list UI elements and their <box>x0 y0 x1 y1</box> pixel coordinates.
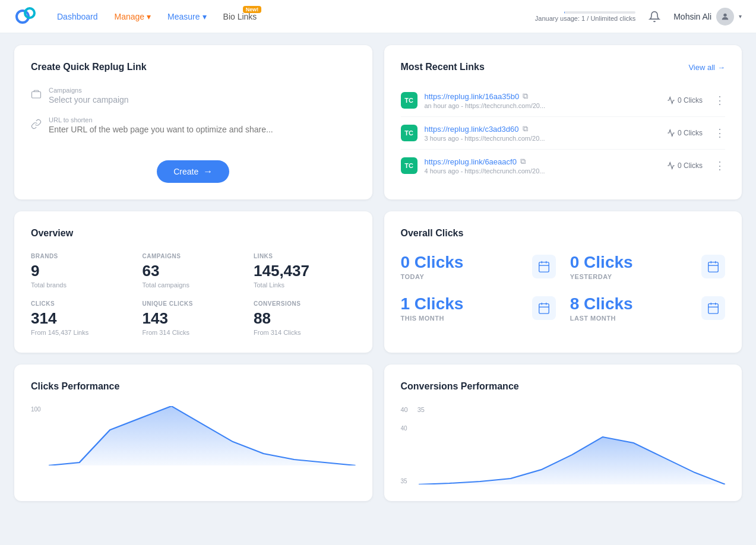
stat-label: CLICKS <box>31 300 133 307</box>
usage-section: January usage: 1 / Unlimited clicks <box>535 11 635 22</box>
link-url[interactable]: https://replug.link/c3ad3d60 ⧉ <box>425 124 660 134</box>
click-stat-info: 0 Clicks TODAY <box>401 253 464 280</box>
overview-stat-item: BRANDS 9 Total brands <box>31 253 133 289</box>
user-chevron-icon: ▾ <box>739 13 742 20</box>
create-link-title: Create Quick Replug Link <box>31 62 356 72</box>
link-clicks: 0 Clicks <box>667 129 703 137</box>
stat-sub: Total campaigns <box>143 281 245 289</box>
calendar-icon <box>701 296 725 320</box>
overview-stat-item: CLICKS 314 From 145,437 Links <box>31 300 133 336</box>
nav-dashboard[interactable]: Dashboard <box>57 12 98 21</box>
calendar-icon <box>701 255 725 278</box>
click-label: THIS MONTH <box>401 315 464 322</box>
click-stat-item: 8 Clicks LAST MONTH <box>570 294 725 322</box>
svg-rect-8 <box>708 262 719 272</box>
stat-value: 143 <box>143 309 245 328</box>
manage-chevron-icon: ▾ <box>147 12 151 21</box>
stat-label: LINKS <box>254 253 356 259</box>
conversions-chart-svg <box>419 425 726 484</box>
links-list: TC https://replug.link/16aa35b0 ⧉ an hou… <box>401 84 726 182</box>
link-meta: an hour ago - https://techcrunch.com/20.… <box>425 102 660 109</box>
link-favicon: TC <box>401 125 417 141</box>
click-stat-item: 0 Clicks TODAY <box>401 253 556 280</box>
stat-value: 145,437 <box>254 262 356 280</box>
stat-label: UNIQUE CLICKS <box>143 300 245 307</box>
conversions-chart-area: 40 35 <box>401 425 726 484</box>
user-menu[interactable]: Mohsin Ali ▾ <box>673 8 742 26</box>
create-link-card: Create Quick Replug Link Campaigns Selec… <box>14 45 372 199</box>
stat-label: CAMPAIGNS <box>143 253 245 259</box>
stat-sub: Total Links <box>254 281 356 289</box>
overview-title: Overview <box>31 228 356 239</box>
svg-rect-12 <box>539 304 549 314</box>
link-more-menu[interactable]: ⋮ <box>714 95 725 106</box>
link-item: TC https://replug.link/c3ad3d60 ⧉ 3 hour… <box>401 117 726 150</box>
most-recent-header: Most Recent Links View all → <box>401 62 726 72</box>
overview-stat-item: UNIQUE CLICKS 143 From 314 Clicks <box>143 300 245 336</box>
overall-clicks-title: Overall Clicks <box>401 228 726 239</box>
most-recent-title: Most Recent Links <box>401 62 485 72</box>
nav-measure[interactable]: Measure ▾ <box>167 12 206 21</box>
overview-stats-grid: BRANDS 9 Total brands CAMPAIGNS 63 Total… <box>31 253 356 336</box>
click-stat-item: 0 Clicks YESTERDAY <box>570 253 725 280</box>
url-label: URL to shorten <box>49 116 356 123</box>
url-input[interactable] <box>49 125 356 134</box>
create-button[interactable]: Create → <box>157 160 229 183</box>
link-url[interactable]: https://replug.link/16aa35b0 ⧉ <box>425 91 660 101</box>
link-favicon: TC <box>401 157 417 174</box>
clicks-chart-area: 100 <box>31 406 356 465</box>
calendar-icon <box>532 255 556 278</box>
click-stat-info: 1 Clicks THIS MONTH <box>401 294 464 322</box>
navbar: Dashboard Manage ▾ Measure ▾ Bio Links N… <box>0 0 756 33</box>
conv-y-labels: 40 35 <box>401 425 407 484</box>
nav-manage[interactable]: Manage ▾ <box>115 12 151 21</box>
campaign-placeholder[interactable]: Select your campaign <box>49 95 356 104</box>
campaign-icon <box>31 89 42 102</box>
link-meta: 3 hours ago - https://techcrunch.com/20.… <box>425 135 660 142</box>
usage-bar-fill <box>564 11 565 14</box>
click-label: TODAY <box>401 273 464 280</box>
logo[interactable] <box>14 5 38 28</box>
bio-links-new-badge: New! <box>243 6 262 13</box>
copy-icon[interactable]: ⧉ <box>520 157 526 166</box>
stat-value: 9 <box>31 262 133 280</box>
link-item: TC https://replug.link/16aa35b0 ⧉ an hou… <box>401 84 726 117</box>
link-clicks: 0 Clicks <box>667 161 703 170</box>
url-link-icon <box>31 119 42 131</box>
svg-rect-16 <box>708 304 719 314</box>
campaign-label: Campaigns <box>49 87 356 94</box>
clicks-stats-grid: 0 Clicks TODAY 0 Clicks YESTERDAY <box>401 253 726 322</box>
overview-stat-item: CONVERSIONS 88 From 314 Clicks <box>254 300 356 336</box>
stat-label: CONVERSIONS <box>254 300 356 307</box>
measure-chevron-icon: ▾ <box>203 12 207 21</box>
svg-point-2 <box>723 13 726 16</box>
calendar-icon <box>532 296 556 320</box>
overall-clicks-card: Overall Clicks 0 Clicks TODAY 0 Clicks Y… <box>384 211 742 353</box>
stat-label: BRANDS <box>31 253 133 259</box>
clicks-perf-title: Clicks Performance <box>31 381 356 392</box>
link-more-menu[interactable]: ⋮ <box>714 128 725 138</box>
dashboard-grid: Create Quick Replug Link Campaigns Selec… <box>14 45 742 501</box>
click-stat-info: 0 Clicks YESTERDAY <box>570 253 633 280</box>
link-clicks: 0 Clicks <box>667 96 703 104</box>
link-info: https://replug.link/16aa35b0 ⧉ an hour a… <box>425 91 660 109</box>
copy-icon[interactable]: ⧉ <box>523 124 528 134</box>
campaign-form-group: Campaigns Select your campaign <box>31 87 356 104</box>
link-more-menu[interactable]: ⋮ <box>714 160 725 171</box>
main-content: Create Quick Replug Link Campaigns Selec… <box>0 33 756 545</box>
nav-bio-links[interactable]: Bio Links New! <box>223 12 257 21</box>
clicks-chart-svg <box>49 406 356 465</box>
most-recent-links-card: Most Recent Links View all → TC https://… <box>384 45 742 199</box>
click-label: LAST MONTH <box>570 315 633 322</box>
view-all-link[interactable]: View all → <box>688 63 725 72</box>
link-url[interactable]: https://replug.link/6aeaacf0 ⧉ <box>425 157 660 166</box>
url-field: URL to shorten <box>49 116 356 134</box>
copy-icon[interactable]: ⧉ <box>523 91 528 101</box>
usage-text: January usage: 1 / Unlimited clicks <box>535 15 635 22</box>
conversions-performance-card: Conversions Performance 40 35 40 35 <box>384 365 742 501</box>
link-item: TC https://replug.link/6aeaacf0 ⧉ 4 hour… <box>401 150 726 182</box>
clicks-performance-card: Clicks Performance 100 <box>14 365 372 501</box>
click-stat-info: 8 Clicks LAST MONTH <box>570 294 633 322</box>
campaign-field: Campaigns Select your campaign <box>49 87 356 104</box>
notification-icon[interactable] <box>645 7 664 26</box>
